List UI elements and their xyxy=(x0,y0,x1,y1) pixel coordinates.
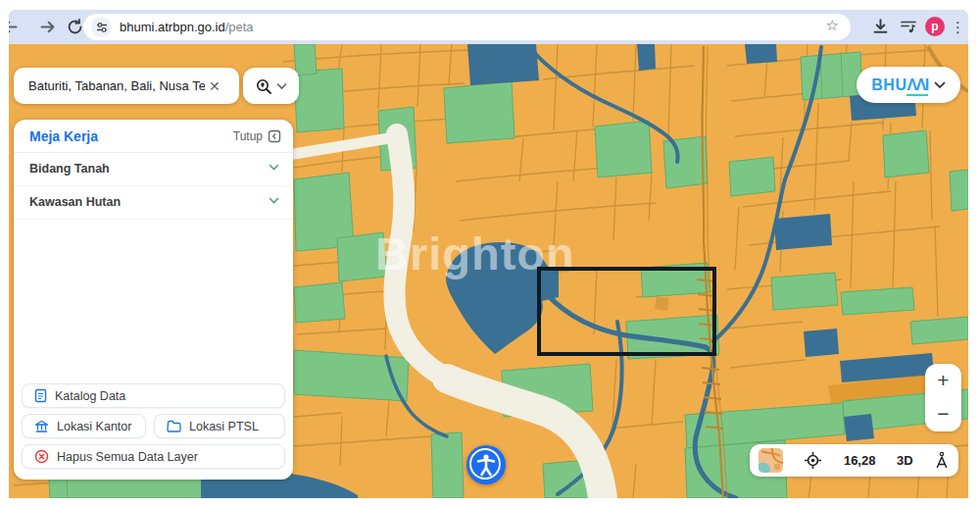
zoom-level-value: 16,28 xyxy=(844,453,876,468)
clear-all-layers-button[interactable]: Hapus Semua Data Layer xyxy=(22,444,285,469)
bookmark-star-icon[interactable]: ☆ xyxy=(826,17,839,34)
chevron-down-icon xyxy=(269,197,279,205)
clear-search-icon[interactable]: ✕ xyxy=(209,78,220,94)
address-bar[interactable]: bhumi.atrbpn.go.id/peta ☆ xyxy=(83,14,851,40)
media-controls-icon[interactable] xyxy=(900,19,917,35)
close-panel-label: Tutup xyxy=(233,129,263,143)
section-label: Bidang Tanah xyxy=(29,162,110,176)
folder-icon xyxy=(167,420,181,432)
forward-icon[interactable] xyxy=(38,18,57,36)
map-control-bar: 16,28 3D xyxy=(750,444,958,477)
chevron-down-icon xyxy=(269,164,279,172)
clear-all-layers-label: Hapus Semua Data Layer xyxy=(57,450,198,464)
selection-rectangle xyxy=(537,267,716,356)
document-icon xyxy=(34,388,47,403)
chevron-down-icon xyxy=(934,81,946,89)
url-path: /peta xyxy=(225,20,254,34)
accessibility-button[interactable] xyxy=(466,445,506,484)
mode-3d-button[interactable]: 3D xyxy=(897,453,913,468)
url-text: bhumi.atrbpn.go.id/peta xyxy=(120,20,254,34)
zoom-control: + − xyxy=(925,364,961,431)
reload-icon[interactable] xyxy=(66,18,84,36)
map-canvas[interactable]: Brighton ✕ Meja Kerja Tutup xyxy=(9,44,968,498)
chevron-down-icon xyxy=(276,82,287,90)
zoom-out-button[interactable]: − xyxy=(925,397,961,431)
back-icon[interactable] xyxy=(9,18,20,36)
screenshot-frame: bhumi.atrbpn.go.id/peta ☆ p ⋮ xyxy=(0,0,980,507)
section-label: Kawasan Hutan xyxy=(29,195,121,209)
profile-avatar[interactable]: p xyxy=(925,17,945,36)
menu-kebab-icon[interactable]: ⋮ xyxy=(951,17,964,37)
basemap-switcher[interactable] xyxy=(759,448,783,473)
browser-window: bhumi.atrbpn.go.id/peta ☆ p ⋮ xyxy=(9,10,968,498)
browser-toolbar: bhumi.atrbpn.go.id/peta ☆ p ⋮ xyxy=(9,10,968,45)
bank-icon xyxy=(34,420,49,433)
panel-title: Meja Kerja xyxy=(29,128,98,144)
download-icon[interactable] xyxy=(871,18,890,36)
layer-section-bidang-tanah[interactable]: Bidang Tanah xyxy=(14,153,293,186)
layer-section-kawasan-hutan[interactable]: Kawasan Hutan xyxy=(14,186,293,220)
site-settings-icon[interactable] xyxy=(91,17,112,37)
search-location-icon xyxy=(255,77,272,95)
panel-header: Meja Kerja Tutup xyxy=(14,120,293,153)
workspace-panel: Meja Kerja Tutup Bidang Tanah Kawasan Hu… xyxy=(14,120,293,480)
bhumi-logo-menu[interactable]: BHUΛΛI xyxy=(857,67,960,103)
search-box[interactable]: ✕ xyxy=(14,68,239,104)
zoom-in-button[interactable]: + xyxy=(925,364,961,397)
accessibility-person-icon xyxy=(466,445,506,484)
collapse-panel-icon xyxy=(268,129,281,143)
lokasi-ptsl-label: Lokasi PTSL xyxy=(189,420,259,433)
compass-icon[interactable] xyxy=(934,451,950,470)
katalog-data-label: Katalog Data xyxy=(55,389,125,403)
bhumi-logo: BHUΛΛI xyxy=(871,76,927,94)
panel-actions: Katalog Data Lokasi Kantor Lokasi PTSL xyxy=(22,378,285,469)
lokasi-kantor-button[interactable]: Lokasi Kantor xyxy=(22,414,146,438)
search-tools[interactable] xyxy=(243,68,299,104)
lokasi-kantor-label: Lokasi Kantor xyxy=(57,420,131,433)
remove-circle-icon xyxy=(34,449,49,464)
lokasi-ptsl-button[interactable]: Lokasi PTSL xyxy=(154,414,285,438)
locate-icon[interactable] xyxy=(804,451,822,470)
search-input[interactable] xyxy=(26,77,207,94)
close-panel-button[interactable]: Tutup xyxy=(233,129,281,143)
katalog-data-button[interactable]: Katalog Data xyxy=(22,383,285,408)
